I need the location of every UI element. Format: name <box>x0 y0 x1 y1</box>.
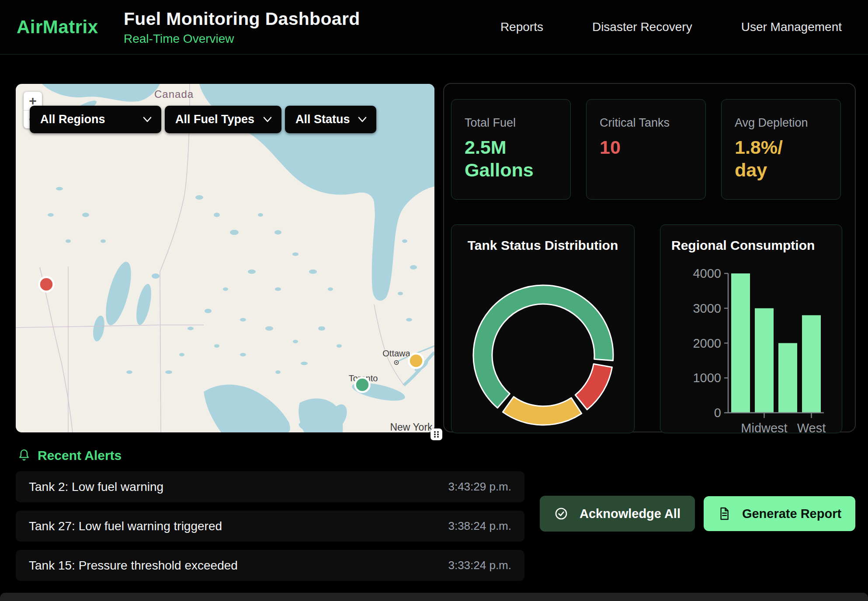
stat-label: Avg Depletion <box>735 116 827 130</box>
svg-text:2000: 2000 <box>693 336 721 350</box>
acknowledge-all-label: Acknowledge All <box>580 507 681 521</box>
regional-consumption-chart-card: Regional Consumption 01000200030004000Mi… <box>660 225 842 433</box>
region-filter-value: All Regions <box>40 113 105 126</box>
svg-text:4000: 4000 <box>693 266 721 280</box>
map-marker-critical[interactable] <box>39 277 54 292</box>
fuel-type-filter-dropdown[interactable]: All Fuel Types <box>165 106 281 133</box>
alert-time: 3:33:24 p.m. <box>448 559 511 572</box>
regional-bar-chart: 01000200030004000MidwestWest <box>660 224 843 433</box>
main-nav: Reports Disaster Recovery User Managemen… <box>500 20 842 34</box>
map-filter-bar: All Regions All Fuel Types All Status <box>30 106 376 133</box>
stat-card-total-fuel: Total Fuel 2.5M Gallons <box>451 99 571 200</box>
stat-value-avg-depletion: 1.8%/day <box>735 136 794 182</box>
app-header: AirMatrix Fuel Monitoring Dashboard Real… <box>0 0 868 55</box>
donut-segment-critical <box>575 364 612 409</box>
map-resize-handle-icon[interactable] <box>431 428 442 440</box>
chevron-down-icon <box>263 117 272 122</box>
metrics-panel: Total Fuel 2.5M Gallons Critical Tanks 1… <box>443 83 856 432</box>
alert-time: 3:43:29 p.m. <box>448 480 511 494</box>
alert-row[interactable]: Tank 27: Low fuel warning triggered 3:38… <box>16 511 524 542</box>
stat-value-total-fuel: 2.5M Gallons <box>465 136 541 182</box>
bar <box>802 315 821 413</box>
bar <box>778 343 797 413</box>
map-marker-normal[interactable] <box>355 378 370 392</box>
stat-value-critical-tanks: 10 <box>600 136 676 159</box>
app-logo: AirMatrix <box>17 17 124 38</box>
lake-superior-water <box>204 385 290 432</box>
alert-text: Tank 27: Low fuel warning triggered <box>29 519 222 533</box>
alert-row[interactable]: Tank 2: Low fuel warning 3:43:29 p.m. <box>16 471 524 502</box>
map-country-label: Canada <box>154 88 194 100</box>
svg-text:Midwest: Midwest <box>741 421 787 433</box>
acknowledge-all-button[interactable]: Acknowledge All <box>540 496 695 532</box>
page-subtitle: Real-Time Overview <box>124 32 360 46</box>
stat-label: Total Fuel <box>465 116 557 130</box>
bottom-scrollbar[interactable] <box>0 593 868 601</box>
map-city-label-new-york: New York <box>390 421 433 432</box>
document-icon <box>718 507 731 521</box>
map-canvas: Canada Ottawa Toronto New York <box>16 84 434 432</box>
svg-text:West: West <box>797 421 826 433</box>
fuel-map[interactable]: Canada Ottawa Toronto New York + − All R… <box>16 84 434 432</box>
alert-row[interactable]: Tank 15: Pressure threshold exceeded 3:3… <box>16 550 524 581</box>
map-city-label-ottawa: Ottawa <box>382 349 410 358</box>
bar <box>755 308 774 413</box>
alert-text: Tank 15: Pressure threshold exceeded <box>29 559 238 573</box>
alert-time: 3:38:24 p.m. <box>448 519 511 533</box>
recent-alerts-title: Recent Alerts <box>38 448 122 463</box>
svg-text:3000: 3000 <box>693 301 721 315</box>
recent-alerts-header: Recent Alerts <box>17 448 122 463</box>
nav-item-user-management[interactable]: User Management <box>741 20 842 34</box>
nav-item-disaster-recovery[interactable]: Disaster Recovery <box>592 20 692 34</box>
bar <box>731 273 750 413</box>
status-filter-value: All Status <box>295 113 350 126</box>
fuel-type-filter-value: All Fuel Types <box>175 113 254 126</box>
alert-text: Tank 2: Low fuel warning <box>29 480 163 494</box>
tank-status-chart-card: Tank Status Distribution <box>451 225 635 433</box>
svg-text:1000: 1000 <box>693 371 721 385</box>
check-circle-icon <box>554 507 568 521</box>
tank-status-donut-chart <box>451 250 635 433</box>
generate-report-button[interactable]: Generate Report <box>704 496 855 531</box>
donut-segment-warning <box>503 397 582 425</box>
stat-label: Critical Tanks <box>600 116 692 130</box>
region-filter-dropdown[interactable]: All Regions <box>30 106 161 133</box>
svg-text:0: 0 <box>714 406 721 420</box>
map-marker-warning[interactable] <box>409 354 424 368</box>
bell-icon <box>17 449 31 463</box>
chevron-down-icon <box>358 117 367 122</box>
generate-report-label: Generate Report <box>742 507 841 521</box>
nav-item-reports[interactable]: Reports <box>500 20 543 34</box>
stat-card-avg-depletion: Avg Depletion 1.8%/day <box>721 99 841 200</box>
stat-card-critical-tanks: Critical Tanks 10 <box>586 99 706 200</box>
status-filter-dropdown[interactable]: All Status <box>285 106 376 133</box>
page-title: Fuel Monitoring Dashboard <box>124 9 360 29</box>
chevron-down-icon <box>143 117 152 122</box>
